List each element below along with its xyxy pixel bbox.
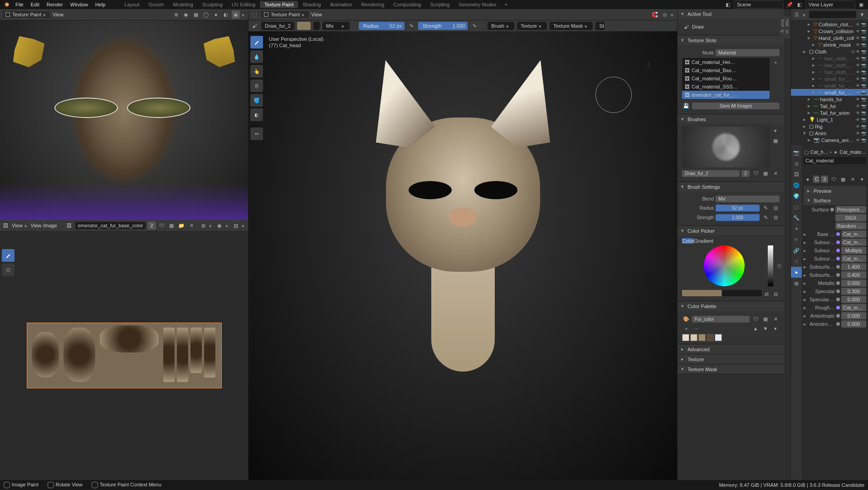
material-slot[interactable]: Cat_material [804, 157, 866, 164]
outliner-item[interactable]: ▸〰hair_cloth_bottc👁 📷 [791, 62, 868, 69]
outliner-item[interactable]: ▸〰Tail_fur_anim👁 📷 [791, 109, 868, 116]
outliner-item[interactable]: ▸▽Collision_cloth.0👁 📷 [791, 21, 868, 28]
outliner-search[interactable] [809, 11, 856, 18]
sort-icon[interactable]: ▼ [761, 324, 770, 333]
add-slot-icon[interactable]: ＋ [771, 58, 780, 66]
outliner-item[interactable]: ▸〰small_fur_on_cl👁 📷 [791, 75, 868, 82]
distribution-select[interactable]: GGX [835, 214, 866, 221]
workspace-animation[interactable]: Animation [326, 1, 357, 8]
color-wheel[interactable] [704, 245, 745, 286]
outliner-item[interactable]: ▸▽Crown_collision👁 📷 [791, 28, 868, 34]
blend-select[interactable]: Mix [716, 196, 780, 202]
shading-solid-icon[interactable]: ● [212, 10, 220, 19]
image-browse-icon[interactable]: 🖼 [65, 221, 73, 230]
texture-panel[interactable]: ▸Texture [678, 354, 784, 364]
advanced-panel[interactable]: ▸Advanced [678, 344, 784, 354]
secondary-color-swatch[interactable] [722, 290, 762, 296]
brush-duplicate-icon[interactable]: ▦ [761, 169, 770, 177]
pressure-icon[interactable]: ✎ [761, 204, 770, 212]
image-view-menu2[interactable]: View [31, 223, 42, 228]
material-browse-icon[interactable]: ● [804, 175, 812, 183]
texture-slot-item[interactable]: 🖼Cat_material_Bas… [682, 66, 770, 74]
remove-color-icon[interactable]: － [692, 324, 700, 333]
sort-icon[interactable]: ▲ [751, 324, 760, 333]
workspace-scripting[interactable]: Scripting [425, 1, 454, 8]
property-value[interactable]: 0.000 [841, 279, 866, 287]
property-value[interactable]: 0.300 [841, 288, 866, 295]
property-value[interactable]: 0.400 [841, 271, 866, 279]
brush-name-input[interactable]: Draw_fur_2 [682, 170, 740, 177]
axis-gizmo[interactable]: z [645, 63, 663, 81]
outliner-item[interactable]: ▸▢Rig👁 📷 [791, 123, 868, 130]
overlay2-icon[interactable]: ◉ [215, 221, 224, 230]
shading-wire-icon[interactable]: ◯ [202, 10, 210, 19]
annotate-tool-3d[interactable]: ✏ [250, 127, 263, 140]
view-menu-left[interactable]: View [53, 12, 63, 17]
image-canvas[interactable] [0, 231, 248, 480]
material-tab[interactable]: ● [791, 267, 802, 278]
outliner-item[interactable]: ▸〰hair_cloth_hand👁 📷 [791, 69, 868, 75]
workspace-layout[interactable]: Layout [120, 1, 144, 8]
workspace-geometry-nodes[interactable]: Geometry Nodes [454, 1, 501, 8]
editor-type-3d-icon[interactable]: ⬚ [250, 10, 258, 19]
texture-slot-item[interactable]: 🖼Cat_material_Rou… [682, 74, 770, 83]
menu-file[interactable]: File [12, 1, 27, 8]
color-tab[interactable]: Color [682, 238, 694, 244]
material-users[interactable]: 3 [821, 176, 828, 183]
gizmo-icon[interactable]: ⊕ [172, 10, 180, 19]
workspace-texture-paint[interactable]: Texture Paint [260, 1, 298, 8]
painting-viewport[interactable]: 💧 👆 ⎘ 🪣 ◐ ✏ User Perspective (Local) (77… [249, 31, 677, 480]
unified-color-icon[interactable]: ⊟ [771, 290, 780, 298]
texture-mask-panel[interactable]: ▾Texture Mask [678, 364, 784, 374]
palette-browse-icon[interactable]: 🎨 [682, 315, 690, 323]
outliner-item[interactable]: ▸〰hands_fur👁 📷 [791, 96, 868, 103]
slot-mode-select[interactable]: Material [716, 49, 780, 56]
texture-slot-item[interactable]: 🖼emerator_cat_fur_… [682, 91, 770, 99]
fake-user-icon[interactable]: 🛡 [751, 169, 760, 177]
property-value[interactable]: 0.000 [841, 312, 866, 319]
preview-panel-title[interactable]: Preview [814, 188, 831, 194]
swap-colors-icon[interactable]: ⇄ [762, 290, 770, 298]
output-tab[interactable]: 🖨 [791, 158, 802, 169]
texture-tab[interactable]: ▦ [791, 278, 802, 289]
property-value[interactable]: Cat_material… [841, 304, 866, 311]
palette-swatch[interactable] [715, 334, 722, 341]
data-tab[interactable]: ▽ [791, 256, 802, 267]
palette-menu-icon[interactable]: ▾ [771, 324, 780, 333]
workspace-groom[interactable]: Groom [144, 1, 169, 8]
open-image-icon[interactable]: 📁 [177, 221, 185, 230]
radius-slider[interactable]: 52 px [716, 205, 760, 211]
material-name-input[interactable]: Cat_… [813, 176, 819, 183]
xray-icon[interactable]: ▦ [192, 10, 200, 19]
fill-tool-3d[interactable]: 🪣 [250, 94, 263, 107]
image-image-menu[interactable]: Image [43, 223, 57, 228]
property-value[interactable]: 0.000 [841, 296, 866, 303]
outliner-item[interactable]: ▸〰small_fur_on_cl👁 📷 [791, 89, 868, 96]
workspace-compositing[interactable]: Compositing [389, 1, 425, 8]
view-menu-mid[interactable]: View [311, 12, 322, 17]
outliner-item[interactable]: ▸〰Tail_fur👁 📷 [791, 103, 868, 109]
physics-tab[interactable]: ⚛ [791, 234, 802, 245]
outliner-type-icon[interactable]: ☰ [793, 10, 801, 19]
pressure-icon[interactable]: ✎ [761, 213, 770, 221]
add-workspace-button[interactable]: + [502, 1, 510, 8]
workspace-sculpting[interactable]: Sculpting [198, 1, 227, 8]
draw-tool-3d[interactable] [250, 36, 263, 49]
workspace-shading[interactable]: Shading [298, 1, 325, 8]
unlink-material-icon[interactable]: ✕ [848, 175, 857, 183]
strength-field[interactable]: Strength1.000 [418, 22, 468, 30]
value-slider[interactable] [768, 245, 773, 286]
shading-matprev-icon[interactable]: ◐ [222, 10, 230, 19]
unified-icon[interactable]: ⊟ [771, 204, 780, 212]
property-value[interactable]: Multiply [841, 247, 866, 254]
outliner-tree[interactable]: ▸▽Collision_cloth.0👁 📷▸▽Crown_collision👁… [791, 20, 868, 145]
object-tab[interactable]: ▢ [791, 201, 802, 212]
fake-user-icon[interactable]: 🛡 [158, 221, 166, 230]
add-color-icon[interactable]: ＋ [682, 324, 690, 333]
mode-selector-mid[interactable]: Texture Paint▾ [260, 10, 309, 19]
brush-add-icon[interactable]: ▦ [771, 137, 780, 145]
scene-selector[interactable]: Scene [734, 0, 784, 9]
color-primary[interactable] [297, 22, 311, 30]
brush-name-field[interactable]: Draw_fur_2 [261, 22, 294, 30]
unlink-palette-icon[interactable]: ✕ [771, 315, 780, 323]
